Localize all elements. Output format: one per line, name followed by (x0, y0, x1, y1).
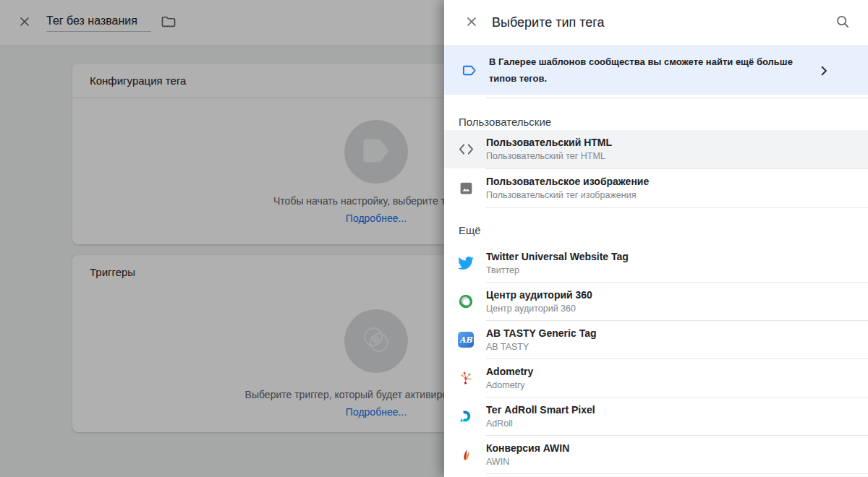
tag-type-panel: Выберите тип тега В Галерее шаблонов соо… (444, 0, 868, 477)
section-label: Ещё (444, 224, 868, 239)
section-items: Twitter Universal Website TagТвиттерЦент… (444, 244, 868, 474)
close-icon (464, 14, 479, 32)
tag-outline-icon (461, 62, 478, 79)
tag-type-subtitle: AdRoll (486, 418, 595, 429)
triggers-learn-more-link[interactable]: Подробнее... (346, 406, 407, 418)
section-items: Пользовательский HTMLПользовательский те… (444, 130, 868, 208)
tag-type-row[interactable]: Центр аудиторий 360Центр аудиторий 360 (444, 283, 868, 320)
tag-type-row[interactable]: Twitter Universal Website TagТвиттер (444, 244, 868, 282)
trigger-glyph-icon (359, 323, 393, 359)
banner-text: В Галерее шаблонов сообщества вы сможете… (489, 54, 816, 86)
tag-type-subtitle: AB TASTY (486, 342, 596, 353)
divider (486, 207, 868, 208)
tag-type-row[interactable]: Конверсия AWINAWIN (444, 436, 868, 473)
tag-type-subtitle: AWIN (486, 457, 569, 468)
panel-header: Выберите тип тега (444, 0, 868, 46)
tag-type-list: ПользовательскиеПользовательский HTMLПол… (444, 116, 868, 474)
tag-type-subtitle: Центр аудиторий 360 (486, 304, 592, 314)
section-label: Пользовательские (444, 116, 868, 130)
tag-type-row[interactable]: Тег AdRoll Smart PixelAdRoll (444, 398, 868, 435)
custom-html-icon (457, 142, 475, 157)
tag-type-title: Конверсия AWIN (486, 442, 569, 455)
tag-type-row[interactable]: Пользовательское изображениеПользователь… (444, 169, 868, 207)
tag-type-subtitle: Пользовательский тег HTML (486, 151, 612, 162)
search-button[interactable] (833, 14, 852, 33)
tag-placeholder-circle (344, 120, 408, 184)
tag-type-subtitle: Пользовательский тег изображения (486, 190, 649, 201)
tag-type-row[interactable]: ABAB TASTY Generic TagAB TASTY (444, 321, 868, 358)
tag-type-title: Twitter Universal Website Tag (486, 251, 629, 263)
tag-type-title: Центр аудиторий 360 (486, 289, 592, 301)
folder-button[interactable] (160, 14, 177, 32)
screen: Тег без названия Конфигурация тега Чтобы… (0, 0, 868, 477)
folder-icon (161, 14, 176, 33)
search-icon (835, 14, 851, 33)
close-editor-button[interactable] (16, 14, 33, 32)
scrolled-list-divider (486, 98, 868, 98)
tag-type-subtitle: Твиттер (486, 265, 629, 276)
close-panel-button[interactable] (463, 14, 480, 32)
tag-glyph-icon (361, 138, 391, 166)
adroll-icon (457, 408, 475, 424)
tag-type-title: Adometry (486, 366, 533, 378)
trigger-placeholder-circle (344, 309, 408, 373)
panel-title: Выберите тип тега (492, 15, 833, 30)
tag-type-subtitle: Adometry (486, 380, 533, 391)
abtasty-icon: AB (457, 332, 475, 348)
tag-type-title: AB TASTY Generic Tag (486, 327, 596, 340)
tag-type-row[interactable]: Пользовательский HTMLПользовательский те… (444, 130, 868, 168)
divider (486, 473, 868, 474)
community-gallery-banner[interactable]: В Галерее шаблонов сообщества вы сможете… (444, 46, 868, 95)
twitter-icon (457, 255, 475, 271)
tag-name-field[interactable]: Тег без названия (46, 14, 151, 32)
close-icon (17, 14, 32, 32)
tag-type-title: Пользовательский HTML (486, 137, 612, 149)
custom-image-icon (457, 181, 475, 196)
tag-type-title: Тег AdRoll Smart Pixel (486, 404, 595, 416)
awin-icon (457, 447, 475, 462)
tag-config-learn-more-link[interactable]: Подробнее... (346, 212, 407, 224)
audience-360-icon (457, 293, 475, 309)
tag-type-title: Пользовательское изображение (486, 176, 649, 188)
tag-type-row[interactable]: AdometryAdometry (444, 359, 868, 397)
adometry-icon (457, 370, 475, 386)
chevron-right-icon (816, 64, 832, 78)
